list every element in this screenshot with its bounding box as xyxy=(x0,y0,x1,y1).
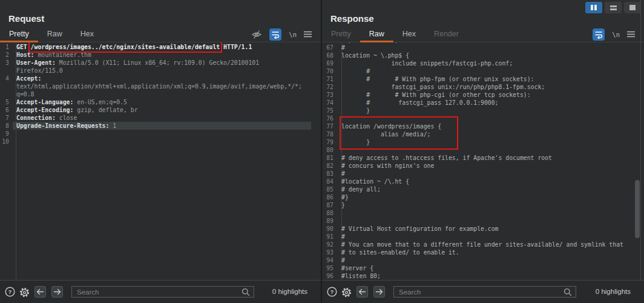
line-number: 87 xyxy=(322,201,338,209)
next-match-button[interactable] xyxy=(51,286,63,298)
code-line: q=0.8 xyxy=(0,90,321,98)
help-icon[interactable]: ? xyxy=(5,287,15,297)
line-content: # fastcgi_pass 127.0.0.1:9000; xyxy=(338,99,644,107)
line-content: include snippets/fastcgi-php.conf; xyxy=(338,59,644,67)
next-match-button[interactable] xyxy=(373,286,385,298)
response-panel: Response PrettyRawHexRender \n 66# pass … xyxy=(322,0,644,303)
line-content: } xyxy=(338,138,644,146)
line-number xyxy=(0,82,13,90)
prev-match-button[interactable] xyxy=(356,286,368,298)
line-content xyxy=(338,115,644,122)
line-content: # deny access to .htaccess files, if Apa… xyxy=(338,154,644,162)
tab-hex[interactable]: Hex xyxy=(393,27,425,42)
line-content xyxy=(338,217,644,225)
code-line: 85# deny all; xyxy=(322,185,644,193)
line-number: 7 xyxy=(0,114,13,122)
vertical-scrollbar-thumb[interactable] xyxy=(635,180,640,238)
word-wrap-button[interactable] xyxy=(269,28,281,41)
line-number: 4 xyxy=(0,75,13,82)
menu-icon[interactable] xyxy=(627,31,635,38)
request-panel-title: Request xyxy=(8,13,44,24)
line-number: 96 xyxy=(322,272,338,280)
word-wrap-button[interactable] xyxy=(593,28,605,41)
code-line: 76 xyxy=(322,115,644,122)
line-content: fastcgi_pass unix:/run/php/php8.1-fpm.so… xyxy=(338,83,644,91)
tab-hex[interactable]: Hex xyxy=(71,27,103,42)
code-line: text/html,application/xhtml+xml,applicat… xyxy=(0,82,321,90)
tab-render[interactable]: Render xyxy=(425,27,468,42)
code-line: 79 } xyxy=(322,138,644,146)
line-number: 70 xyxy=(322,67,338,75)
line-content: alias /media/; xyxy=(338,130,644,138)
line-content xyxy=(13,138,321,145)
request-search-bar: ? 0 highlights xyxy=(0,280,321,303)
highlights-count: 0 highlights xyxy=(596,288,631,295)
line-number: 94 xyxy=(322,256,338,264)
code-line: 94# xyxy=(322,256,644,264)
line-number: 76 xyxy=(322,115,338,122)
line-content: # deny all; xyxy=(338,185,644,193)
line-content: Host: mountaineer.thm xyxy=(13,51,321,59)
code-line: 73 # # With php-cgi (or other tcp socket… xyxy=(322,91,644,99)
search-input[interactable] xyxy=(71,286,254,298)
line-number: 84 xyxy=(322,178,338,185)
show-newlines-button[interactable]: \n xyxy=(289,31,297,38)
line-content: q=0.8 xyxy=(13,90,321,98)
line-number: 86 xyxy=(322,193,338,201)
line-number: 74 xyxy=(322,99,338,107)
line-number: 83 xyxy=(322,170,338,178)
line-number: 69 xyxy=(322,59,338,67)
code-line: 89 xyxy=(322,217,644,225)
line-content: Accept: xyxy=(13,75,321,82)
line-number: 91 xyxy=(322,233,338,241)
eye-off-icon[interactable] xyxy=(251,30,262,39)
code-line: 92# You can move that to a different fil… xyxy=(322,241,644,248)
code-line: 82# concurs with nginx's one xyxy=(322,162,644,170)
line-content: GET /wordpress/images../etc/nginx/sites-… xyxy=(13,43,321,51)
line-content: } xyxy=(338,107,644,115)
gear-icon[interactable] xyxy=(19,287,30,298)
editor-right-border xyxy=(640,0,641,280)
svg-text:?: ? xyxy=(330,288,334,295)
code-line: 10 xyxy=(0,138,321,145)
code-line: 93# to sites-enabled/ to enable it. xyxy=(322,248,644,256)
search-input[interactable] xyxy=(393,286,576,298)
menu-icon[interactable] xyxy=(304,31,312,38)
line-content: Connection: close xyxy=(13,114,321,122)
svg-text:?: ? xyxy=(8,288,12,295)
line-number: 71 xyxy=(322,75,338,83)
line-content: # You can move that to a different file … xyxy=(338,241,644,248)
response-tabbar: PrettyRawHexRender \n xyxy=(322,27,644,42)
layout-rows-button[interactable] xyxy=(605,2,622,13)
show-newlines-button[interactable]: \n xyxy=(612,31,620,38)
code-line: 88 xyxy=(322,209,644,217)
response-panel-title: Response xyxy=(330,13,374,24)
code-line: 95#server { xyxy=(322,264,644,272)
request-editor[interactable]: 1GET /wordpress/images../etc/nginx/sites… xyxy=(0,42,321,280)
layout-single-button[interactable] xyxy=(624,2,641,13)
line-content: # # With php-fpm (or other unix sockets)… xyxy=(338,75,644,83)
code-line: 69 include snippets/fastcgi-php.conf; xyxy=(322,59,644,67)
code-line: 5Accept-Language: en-US,en;q=0.5 xyxy=(0,98,321,106)
line-number: 93 xyxy=(322,248,338,256)
highlights-count: 0 highlights xyxy=(272,288,307,295)
tab-pretty[interactable]: Pretty xyxy=(322,27,360,42)
layout-columns-button[interactable] xyxy=(585,2,602,13)
help-icon[interactable]: ? xyxy=(327,287,337,297)
line-number: 89 xyxy=(322,217,338,225)
gear-icon[interactable] xyxy=(341,287,352,298)
prev-match-button[interactable] xyxy=(34,286,46,298)
line-content: Accept-Language: en-US,en;q=0.5 xyxy=(13,98,321,106)
line-number: 8 xyxy=(0,122,13,130)
code-line: 67# xyxy=(322,44,644,52)
line-content: # xyxy=(338,44,644,52)
line-content: # # With php-cgi (or other tcp sockets): xyxy=(338,91,644,99)
response-editor[interactable]: 66# pass PHP scripts to FastCGI server67… xyxy=(322,42,644,280)
tab-raw[interactable]: Raw xyxy=(38,27,71,42)
line-content: Firefox/115.0 xyxy=(13,67,321,75)
tab-pretty[interactable]: Pretty xyxy=(0,27,38,42)
code-line: 96#listen 80; xyxy=(322,272,644,280)
code-line: 9 xyxy=(0,130,321,138)
tab-raw[interactable]: Raw xyxy=(360,27,393,42)
line-content: Accept-Encoding: gzip, deflate, br xyxy=(13,106,321,114)
